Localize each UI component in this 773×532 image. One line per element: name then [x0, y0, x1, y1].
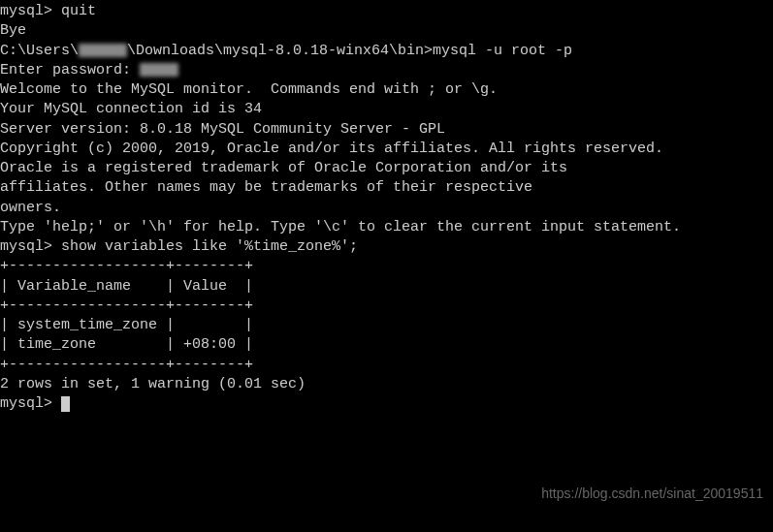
- table-border: +------------------+--------+: [0, 257, 773, 276]
- table-row: | time_zone | +08:00 |: [0, 335, 773, 355]
- shell-path-rest: \Downloads\mysql-8.0.18-winx64\bin>: [127, 43, 433, 59]
- result-summary: 2 rows in set, 1 warning (0.01 sec): [0, 375, 773, 394]
- mysql-login-command: mysql -u root -p: [433, 43, 572, 59]
- mysql-prompt: mysql>: [0, 238, 61, 255]
- terminal-line: Your MySQL connection id is 34: [0, 100, 773, 119]
- quit-command: quit: [61, 3, 96, 19]
- table-row: | system_time_zone | |: [0, 316, 773, 335]
- password-prompt: Enter password:: [0, 62, 140, 78]
- terminal-line: Server version: 8.0.18 MySQL Community S…: [0, 120, 773, 140]
- terminal-line: Bye: [0, 21, 773, 41]
- terminal-line: C:\Users\\Downloads\mysql-8.0.18-winx64\…: [0, 42, 773, 61]
- terminal-line: affiliates. Other names may be trademark…: [0, 178, 773, 198]
- table-header: | Variable_name | Value |: [0, 277, 773, 297]
- terminal-line: Copyright (c) 2000, 2019, Oracle and/or …: [0, 140, 773, 159]
- table-border: +------------------+--------+: [0, 297, 773, 316]
- terminal-input-line[interactable]: mysql>: [0, 394, 773, 414]
- table-border: +------------------+--------+: [0, 356, 773, 375]
- watermark: https://blog.csdn.net/sinat_20019511: [541, 485, 763, 503]
- mysql-prompt: mysql>: [0, 3, 61, 19]
- redacted-user: [79, 44, 127, 57]
- terminal-line: Welcome to the MySQL monitor. Commands e…: [0, 80, 773, 100]
- terminal-line: mysql> show variables like '%time_zone%'…: [0, 237, 773, 257]
- terminal-line: owners.: [0, 199, 773, 218]
- terminal-line: Type 'help;' or '\h' for help. Type '\c'…: [0, 218, 773, 237]
- redacted-password: [140, 63, 178, 77]
- shell-path: C:\Users\: [0, 43, 79, 59]
- show-variables-command: show variables like '%time_zone%';: [61, 238, 358, 255]
- mysql-prompt: mysql>: [0, 395, 61, 412]
- terminal-line: Enter password:: [0, 61, 773, 80]
- terminal-line: mysql> quit: [0, 2, 773, 21]
- terminal-line: Oracle is a registered trademark of Orac…: [0, 159, 773, 178]
- cursor: [61, 396, 70, 412]
